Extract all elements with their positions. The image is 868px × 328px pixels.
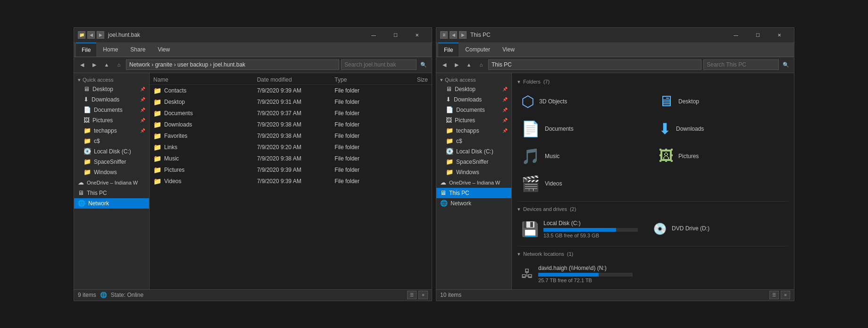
right-localdisk-label: Local Disk (C:) xyxy=(456,148,493,155)
right-downloads-icon: ⬇ xyxy=(446,96,451,103)
left-maximize-btn[interactable]: ☐ xyxy=(384,27,406,42)
left-sidebar-cs[interactable]: 📁 c$ xyxy=(74,136,149,146)
right-folder-videos[interactable]: 🎬 Videos xyxy=(517,172,651,195)
right-folder-3dobjects[interactable]: ⬡ 3D Objects xyxy=(517,90,651,113)
left-file-row[interactable]: 📁 Contacts 7/9/2020 9:39 AM File folder xyxy=(150,85,432,96)
left-sidebar-spacesniffer[interactable]: 📁 SpaceSniffer xyxy=(74,157,149,167)
left-col-type[interactable]: Type xyxy=(334,76,386,83)
right-sidebar-onedrive[interactable]: ☁ OneDrive – Indiana W xyxy=(436,177,511,188)
right-view-detail-btn[interactable]: ≡ xyxy=(781,291,790,299)
left-sidebar-techapps[interactable]: 📁 techapps 📌 xyxy=(74,126,149,136)
left-tab-file[interactable]: File xyxy=(76,42,96,57)
right-network-chevron[interactable]: ▾ xyxy=(517,251,520,257)
right-sidebar-cs[interactable]: 📁 c$ xyxy=(436,136,511,146)
left-file-row[interactable]: 📁 Music 7/9/2020 9:38 AM File folder xyxy=(150,153,432,164)
right-sidebar-network[interactable]: 🌐 Network xyxy=(436,198,511,209)
right-drive-c[interactable]: 💾 Local Disk (C:) 13.5 GB free of 59.3 G… xyxy=(517,217,642,241)
left-sidebar-thispc[interactable]: 🖥 This PC xyxy=(74,188,149,198)
file-folder-icon: 📁 xyxy=(153,155,161,162)
right-sidebar-techapps[interactable]: 📁 techapps 📌 xyxy=(436,126,511,136)
right-folder-documents[interactable]: 📄 Documents xyxy=(517,117,651,141)
left-tab-view[interactable]: View xyxy=(152,42,175,57)
left-file-row[interactable]: 📁 Pictures 7/9/2020 9:39 AM File folder xyxy=(150,164,432,176)
right-recent-btn[interactable]: ⌂ xyxy=(476,59,486,70)
left-back-tb[interactable]: ◀ xyxy=(87,31,95,39)
right-back-btn[interactable]: ◀ xyxy=(439,59,450,70)
right-search-input[interactable] xyxy=(703,59,779,70)
right-address-input[interactable] xyxy=(488,59,701,70)
file-type: File folder xyxy=(334,99,386,105)
right-folder-desktop[interactable]: 🖥 Desktop xyxy=(655,90,788,113)
left-up-btn[interactable]: ▲ xyxy=(101,59,112,70)
left-address-input[interactable] xyxy=(126,59,339,70)
right-tab-file[interactable]: File xyxy=(438,42,459,57)
left-close-btn[interactable]: ✕ xyxy=(406,27,428,42)
left-desktop-label: Desktop xyxy=(92,86,113,93)
left-search-input[interactable] xyxy=(341,59,417,70)
right-sidebar-downloads[interactable]: ⬇ Downloads 📌 xyxy=(436,94,511,105)
left-file-row[interactable]: 📁 Favorites 7/9/2020 9:38 AM File folder xyxy=(150,130,432,142)
right-search-btn[interactable]: 🔍 xyxy=(781,59,791,70)
file-type: File folder xyxy=(334,110,386,117)
right-sidebar-desktop[interactable]: 🖥 Desktop 📌 xyxy=(436,84,511,94)
left-sidebar-windows[interactable]: 📁 Windows xyxy=(74,167,149,177)
left-col-name[interactable]: Name xyxy=(153,76,257,83)
right-up-btn[interactable]: ▲ xyxy=(464,59,474,70)
left-quick-access-label[interactable]: ▾ Quick access xyxy=(74,75,149,84)
left-sidebar-documents[interactable]: 📄 Documents 📌 xyxy=(74,105,149,115)
right-sidebar-thispc[interactable]: 🖥 This PC xyxy=(436,188,511,198)
left-file-row[interactable]: 📁 Desktop 7/9/2020 9:31 AM File folder xyxy=(150,96,432,108)
right-net-drive[interactable]: 🖧 david.haigh (\\Home\d) (N:) 25.7 TB fr… xyxy=(517,262,788,286)
left-sidebar-onedrive[interactable]: ☁ OneDrive – Indiana W xyxy=(74,177,149,188)
left-file-row[interactable]: 📁 Videos 7/9/2020 9:39 AM File folder xyxy=(150,176,432,187)
left-sidebar-pictures[interactable]: 🖼 Pictures 📌 xyxy=(74,115,149,126)
left-back-btn[interactable]: ◀ xyxy=(77,59,87,70)
right-tab-computer[interactable]: Computer xyxy=(459,42,496,57)
right-devices-chevron[interactable]: ▾ xyxy=(517,206,520,212)
right-net-drive-name: david.haigh (\\Home\d) (N:) xyxy=(538,265,785,271)
right-quick-access-label[interactable]: ▾ Quick access xyxy=(436,75,511,84)
right-folder-pictures[interactable]: 🖼 Pictures xyxy=(655,144,788,168)
left-network-icon: 🌐 xyxy=(78,200,85,207)
left-minimize-btn[interactable]: — xyxy=(363,27,384,42)
left-col-size[interactable]: Size xyxy=(386,76,428,83)
right-sidebar-pictures[interactable]: 🖼 Pictures 📌 xyxy=(436,115,511,126)
left-file-row[interactable]: 📁 Documents 7/9/2020 9:37 AM File folder xyxy=(150,108,432,119)
right-sidebar-spacesniffer[interactable]: 📁 SpaceSniffer xyxy=(436,157,511,167)
right-close-btn[interactable]: ✕ xyxy=(768,27,790,42)
left-file-row[interactable]: 📁 Links 7/9/2020 9:20 AM File folder xyxy=(150,142,432,153)
left-sidebar-desktop[interactable]: 🖥 Desktop 📌 xyxy=(74,84,149,94)
right-pictures-folder-icon: 🖼 xyxy=(659,147,674,165)
left-view-list-btn[interactable]: ☰ xyxy=(407,291,417,299)
right-folders-chevron[interactable]: ▾ xyxy=(517,79,520,85)
left-col-date[interactable]: Date modified xyxy=(257,76,335,83)
left-sidebar-network[interactable]: 🌐 Network xyxy=(74,198,149,209)
left-fwd-tb[interactable]: ▶ xyxy=(97,31,104,39)
right-back-tb[interactable]: ◀ xyxy=(450,31,457,39)
left-windows-label: Windows xyxy=(94,169,117,176)
right-fwd-tb[interactable]: ▶ xyxy=(459,31,467,39)
left-search-btn[interactable]: 🔍 xyxy=(418,59,429,70)
left-view-detail-btn[interactable]: ≡ xyxy=(418,291,428,299)
left-file-row[interactable]: 📁 Downloads 7/9/2020 9:38 AM File folder xyxy=(150,119,432,130)
left-tab-share[interactable]: Share xyxy=(125,42,151,57)
left-sidebar-downloads[interactable]: ⬇ Downloads 📌 xyxy=(74,94,149,105)
left-tab-home[interactable]: Home xyxy=(97,42,124,57)
left-folder-icon: 📁 xyxy=(78,31,85,39)
right-folder-downloads[interactable]: ⬇ Downloads xyxy=(655,117,788,141)
right-folder-music[interactable]: 🎵 Music xyxy=(517,144,651,168)
left-sidebar-localdisk[interactable]: 💽 Local Disk (C:) xyxy=(74,146,149,157)
right-sidebar-localdisk[interactable]: 💽 Local Disk (C:) xyxy=(436,146,511,157)
right-view-list-btn[interactable]: ☰ xyxy=(769,291,779,299)
right-drive-d[interactable]: 💿 DVD Drive (D:) xyxy=(649,217,713,241)
left-recent-btn[interactable]: ⌂ xyxy=(114,59,124,70)
right-sidebar-documents[interactable]: 📄 Documents 📌 xyxy=(436,105,511,115)
right-sidebar-windows[interactable]: 📁 Windows xyxy=(436,167,511,177)
left-documents-label: Documents xyxy=(94,107,123,113)
right-network-label: Network xyxy=(451,200,471,207)
right-tab-view[interactable]: View xyxy=(497,42,520,57)
right-maximize-btn[interactable]: ☐ xyxy=(747,27,768,42)
left-forward-btn[interactable]: ▶ xyxy=(89,59,100,70)
right-minimize-btn[interactable]: — xyxy=(725,27,747,42)
right-forward-btn[interactable]: ▶ xyxy=(451,59,462,70)
